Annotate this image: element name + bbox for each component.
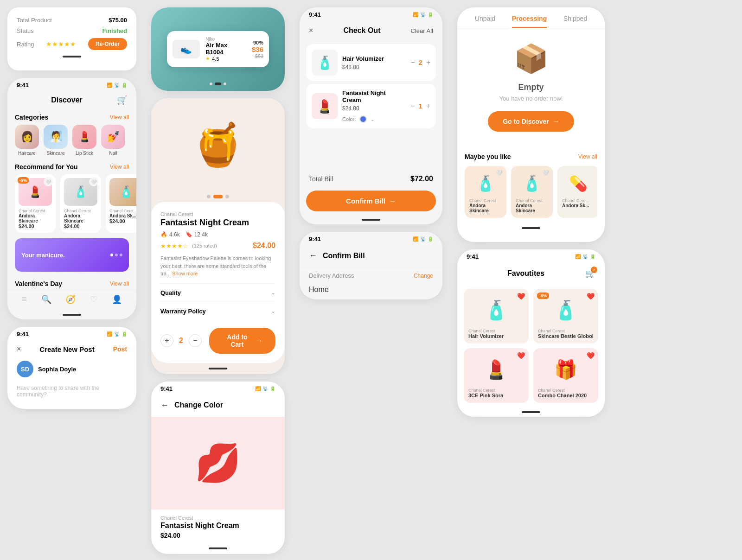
fav-product-1[interactable]: ❤️ 🧴 Chanel Cerest Hair Volumizer — [464, 289, 529, 344]
compass-nav-icon[interactable]: 🧭 — [65, 294, 76, 305]
product-brand-1: Chanel Cerest — [19, 209, 52, 213]
fav-heart-1[interactable]: ❤️ — [517, 293, 525, 300]
color-dot — [359, 115, 367, 123]
delivery-value: Home — [309, 286, 329, 293]
likes-count: 4.6k — [169, 231, 180, 238]
go-discover-button[interactable]: Go to Discover → — [488, 111, 574, 132]
favourites-card: 9:41 📶 📡 🔋 Favoutites 🛒 2 ❤️ 🧴 Chanel Ce… — [457, 249, 605, 417]
categories-view-all[interactable]: View all — [110, 114, 129, 121]
cart-plus-btn-2[interactable]: + — [426, 102, 430, 110]
back-button-color[interactable]: ← — [160, 401, 169, 410]
product-card-3[interactable]: 🧴 Chanel Cere... Andora Sk... $24.00 — [106, 174, 136, 233]
like-heart-2[interactable]: 🤍 — [542, 170, 549, 176]
cart-minus-btn-2[interactable]: − — [411, 102, 415, 110]
discover-title: Discover — [51, 96, 83, 104]
like-heart-1[interactable]: 🤍 — [496, 170, 503, 176]
fav-heart-2[interactable]: ❤️ — [587, 293, 595, 300]
like-card-1[interactable]: 🤍 🧴 Chanel Cerest Andora Skincare — [465, 166, 506, 218]
confirm-bill-button[interactable]: Confirm Bill → — [306, 191, 436, 211]
fav-name-4: Combo Chanel 2020 — [538, 393, 594, 398]
fav-heart-4[interactable]: ❤️ — [587, 352, 595, 359]
fav-product-2[interactable]: -5% ❤️ 🧴 Chanel Cerest Skincare Bestie G… — [533, 289, 598, 344]
fav-product-4[interactable]: ❤️ 🎁 Chanel Cerest Combo Chanel 2020 — [533, 348, 598, 403]
status-bar-fav: 9:41 📶 📡 🔋 — [457, 249, 605, 262]
cart-icon[interactable]: 🛒 — [117, 95, 127, 105]
heart-nav-icon[interactable]: ♡ — [90, 294, 97, 305]
discover-card: 9:41 📶 📡 🔋 Discover 🛒 Categories View al… — [7, 78, 136, 319]
category-lipstick[interactable]: 💄 Lip Stick — [72, 125, 96, 156]
nike-name: Air Max B1004 — [205, 42, 246, 56]
post-title: Create New Post — [39, 345, 94, 353]
quantity-controls: + 2 − — [160, 334, 202, 347]
products-row: -5% 🤍 💄 Chanel Cerest Andora Skincare $2… — [7, 172, 136, 236]
like-card-3[interactable]: 💊 Chanel Cere... Andora Sk... — [557, 166, 597, 218]
column-2: 👟 👟 Nike Air Max B1004 ★ 4.5 90% $36 $63 — [144, 0, 292, 560]
arrow-icon: → — [256, 337, 262, 344]
tab-processing[interactable]: Processing — [512, 15, 547, 28]
color-chevron-icon[interactable]: ⌄ — [371, 117, 374, 122]
cart-plus-btn-1[interactable]: + — [426, 58, 430, 67]
maybe-like-section: Maybe you like View all 🤍 🧴 Chanel Ceres… — [457, 146, 605, 222]
wifi-icon: 📡 — [114, 83, 120, 88]
back-button-confirm[interactable]: ← — [309, 251, 317, 261]
skincare-label: Skincare — [47, 151, 65, 156]
category-skincare[interactable]: 🧖 Skincare — [44, 125, 68, 156]
product-hero: 🍯 — [151, 98, 285, 191]
post-action-button[interactable]: Post — [113, 345, 127, 353]
search-nav-icon[interactable]: 🔍 — [41, 294, 51, 305]
rating-row: Rating ★★★★★ Re-Order — [17, 36, 127, 52]
sale-price: $36 — [252, 45, 263, 53]
warranty-label: Warranty Policy — [160, 308, 206, 315]
like-card-2[interactable]: 🤍 🧴 Chanel Cerest Andora Skincare — [511, 166, 553, 218]
maybe-like-header: Maybe you like View all — [465, 153, 597, 160]
signal-icon-checkout: 📶 — [413, 12, 418, 17]
cart-minus-btn-1[interactable]: − — [411, 58, 415, 67]
heart-icon-1[interactable]: 🤍 — [44, 177, 53, 186]
rating-stars: ★★★★★ — [46, 40, 76, 48]
tab-shipped[interactable]: Shipped — [563, 15, 587, 28]
nike-card[interactable]: 👟 Nike Air Max B1004 ★ 4.5 90% $36 $63 — [167, 31, 269, 67]
post-input[interactable]: Have something to share with the communi… — [7, 381, 136, 401]
product-card-1[interactable]: -5% 🤍 💄 Chanel Cerest Andora Skincare $2… — [15, 174, 56, 233]
close-post-button[interactable]: × — [17, 345, 21, 353]
nike-product-image: 👟 — [173, 40, 200, 58]
close-checkout-button[interactable]: × — [309, 26, 313, 35]
bottom-nav: ≡ 🔍 🧭 ♡ 👤 — [7, 289, 136, 310]
home-nav-icon[interactable]: ≡ — [22, 294, 27, 305]
show-more-button[interactable]: Show more — [172, 271, 198, 276]
fav-heart-3[interactable]: ❤️ — [517, 352, 525, 359]
tab-unpaid[interactable]: Unpaid — [475, 15, 495, 28]
fav-product-3[interactable]: ❤️ 💄 Chanel Cerest 3CE Pink Sora — [464, 348, 529, 403]
likes-stat: 🔥 4.6k — [160, 231, 180, 238]
clear-all-button[interactable]: Clear All — [411, 27, 433, 34]
status-bar-checkout: 9:41 📶 📡 🔋 — [300, 7, 442, 20]
valentine-view-all[interactable]: View all — [110, 280, 129, 287]
category-haircare[interactable]: 👩 Haircare — [15, 125, 39, 156]
total-product-row: Total Product $75.00 — [17, 15, 127, 25]
product-card-2[interactable]: 🤍 🧴 Chanel Cerest Andora Skincare $24.00 — [60, 174, 101, 233]
delivery-change-button[interactable]: Change — [414, 273, 433, 279]
color-selector-row: Color: ⌄ — [342, 115, 406, 123]
shoe-section-card: 👟 👟 Nike Air Max B1004 ★ 4.5 90% $36 $63 — [151, 7, 285, 91]
battery-icon-checkout: 🔋 — [428, 12, 433, 17]
add-to-cart-button[interactable]: Add to Cart → — [209, 328, 275, 354]
quality-accordion[interactable]: Quality ⌄ — [160, 283, 275, 302]
qty-minus-button[interactable]: − — [189, 334, 202, 347]
recommend-view-all[interactable]: View all — [110, 164, 129, 170]
category-nails[interactable]: 💅 Nail — [101, 125, 125, 156]
change-color-card: 9:41 📶 📡 🔋 ← Change Color 💋 Chanel Ceres… — [151, 382, 285, 554]
maybe-like-view-all[interactable]: View all — [578, 153, 597, 160]
categories-row: 👩 Haircare 🧖 Skincare 💄 Lip Stick 💅 Nail — [7, 123, 136, 159]
fav-image-3: 💄 — [468, 353, 524, 386]
signal-icon-confirm: 📶 — [413, 236, 418, 242]
product-name-1: Andora Skincare — [19, 213, 52, 223]
product-price-detail: $24.00 — [253, 242, 275, 250]
heart-icon-2[interactable]: 🤍 — [89, 177, 98, 186]
wifi-icon-color: 📡 — [262, 386, 268, 391]
reorder-button[interactable]: Re-Order — [88, 38, 127, 50]
warranty-accordion[interactable]: Warranty Policy ⌄ — [160, 302, 275, 320]
cart-qty-value-1: 2 — [419, 59, 422, 66]
profile-nav-icon[interactable]: 👤 — [112, 294, 122, 305]
qty-plus-button[interactable]: + — [160, 334, 173, 347]
fav-brand-4: Chanel Cerest — [538, 388, 594, 393]
